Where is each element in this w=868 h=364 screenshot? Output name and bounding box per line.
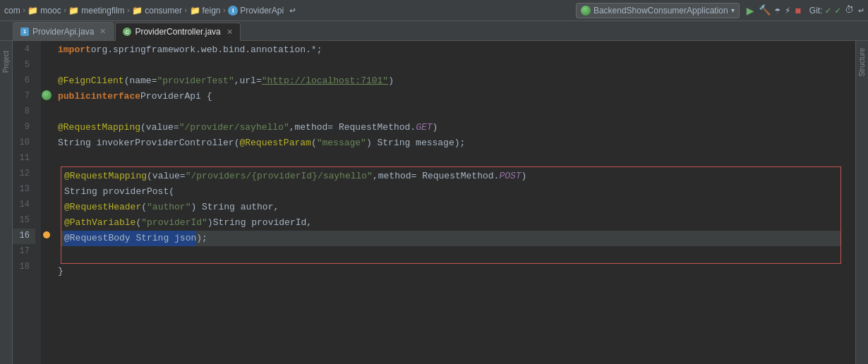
- breadcrumb: com › 📁 mooc › 📁 meetingfilm › 📁 consume…: [4, 4, 570, 16]
- line-num-12: 12: [13, 166, 35, 182]
- code-line-10: String invokerProviderController(@Reques…: [58, 135, 855, 151]
- chevron-down-icon: ▾: [731, 6, 735, 14]
- boxed-region: @RequestMapping(value = "/providers/{pro…: [61, 166, 841, 264]
- code-line-7: public interface ProviderApi {: [58, 89, 855, 104]
- tab-close-icon-2[interactable]: ✕: [227, 28, 233, 37]
- git-label: Git:: [809, 6, 823, 16]
- code-line-18: }: [58, 264, 855, 279]
- line-num-5: 5: [13, 58, 35, 73]
- gi-7: [41, 87, 52, 103]
- line-num-17: 17: [13, 244, 35, 260]
- gi-6: [41, 72, 52, 87]
- bc-providerapi[interactable]: I ProviderApi: [228, 6, 284, 16]
- tab-close-icon[interactable]: ✕: [100, 27, 106, 36]
- gi-12: [41, 165, 52, 181]
- line-num-15: 15: [13, 213, 35, 229]
- project-panel-label[interactable]: Project: [2, 51, 10, 73]
- line-num-13: 13: [13, 182, 35, 198]
- bc-feign[interactable]: 📁 feign: [190, 6, 221, 16]
- line-num-16: 16: [13, 229, 35, 244]
- build-icon[interactable]: 🔨: [759, 4, 771, 16]
- tab-providercontroller-label: ProviderController.java: [135, 27, 220, 37]
- left-sidebar: Project: [0, 41, 13, 364]
- line-num-14: 14: [13, 198, 35, 213]
- coverage-icon[interactable]: ☂: [775, 4, 780, 16]
- gi-10: [41, 134, 52, 150]
- code-line-13: String providerPost(: [61, 184, 840, 200]
- line-num-11: 11: [13, 151, 35, 166]
- code-line-4: import org.springframework.web.bind.anno…: [58, 42, 855, 58]
- line-num-18: 18: [13, 260, 35, 275]
- folder-icon: 📁: [132, 6, 143, 16]
- code-line-12: @RequestMapping(value = "/providers/{pro…: [61, 169, 840, 184]
- line-num-10: 10: [13, 135, 35, 151]
- line-num-7: 7: [13, 89, 35, 104]
- code-line-9: @RequestMapping(value = "/provider/sayhe…: [58, 120, 855, 135]
- line-numbers: 4 5 6 7 8 9 10 11 12 13 14 15 16 17 18: [13, 41, 41, 364]
- tab-providerapi-label: ProviderApi.java: [32, 27, 94, 37]
- run-config-selector[interactable]: BackendShowConsumerApplication ▾: [576, 3, 740, 18]
- git-rollback-icon[interactable]: ↩: [858, 5, 864, 16]
- profile-icon[interactable]: ⚡: [785, 4, 790, 16]
- folder-icon: 📁: [28, 6, 38, 16]
- java-file-icon: 1: [20, 28, 29, 36]
- code-line-8: [58, 104, 855, 120]
- line-num-6: 6: [13, 73, 35, 89]
- navigate-back-icon[interactable]: ↩: [289, 4, 295, 16]
- structure-panel-label: Structure: [858, 48, 866, 77]
- git-checkmark-1[interactable]: ✓: [826, 5, 831, 16]
- gi-8: [41, 103, 52, 119]
- folder-icon: 📁: [190, 6, 200, 16]
- bc-consumer[interactable]: 📁 consumer: [132, 6, 182, 16]
- git-history-icon[interactable]: ⏱: [845, 5, 854, 16]
- bc-com: com: [4, 6, 20, 16]
- gi-15: [41, 212, 52, 227]
- code-area: 4 5 6 7 8 9 10 11 12 13 14 15 16 17 18: [13, 41, 855, 364]
- stop-icon[interactable]: ◼: [795, 4, 800, 16]
- bc-mooc[interactable]: 📁 mooc: [28, 6, 61, 16]
- git-icons: ✓ ✓ ⏱ ↩: [826, 5, 864, 16]
- tab-providerapi[interactable]: 1 ProviderApi.java ✕: [13, 22, 114, 40]
- controller-file-icon: C: [123, 28, 131, 36]
- gi-9: [41, 119, 52, 134]
- git-checkmark-2[interactable]: ✓: [835, 5, 840, 16]
- run-config-icon: [581, 6, 591, 16]
- tabs-bar: 1 ProviderApi.java ✕ C ProviderControlle…: [0, 21, 868, 41]
- run-config-label: BackendShowConsumerApplication: [593, 6, 728, 16]
- toolbar-actions: ▶ 🔨 ☂ ⚡ ◼: [747, 3, 801, 18]
- tab-providercontroller[interactable]: C ProviderController.java ✕: [115, 23, 240, 41]
- folder-icon: 📁: [68, 6, 79, 16]
- gi-5: [41, 56, 52, 72]
- gi-16: [41, 227, 52, 243]
- line-num-8: 8: [13, 104, 35, 120]
- code-line-11: [58, 151, 855, 166]
- code-line-6: @FeignClient(name = "providerTest", url …: [58, 73, 855, 89]
- gi-13: [41, 181, 52, 196]
- run-button[interactable]: ▶: [747, 3, 754, 18]
- gutter-run-icon[interactable]: [42, 90, 52, 100]
- line-num-9: 9: [13, 120, 35, 135]
- code-content[interactable]: import org.springframework.web.bind.anno…: [52, 41, 855, 364]
- gi-18: [41, 258, 52, 274]
- gi-4: [41, 41, 52, 56]
- code-line-15: @PathVariable("providerId")String provid…: [61, 215, 840, 231]
- code-line-16: @RequestBody String json);: [61, 231, 840, 246]
- bc-meetingfilm[interactable]: 📁 meetingfilm: [68, 6, 124, 16]
- line-num-4: 4: [13, 42, 35, 58]
- main-area: Project 4 5 6 7 8 9 10 11 12 13 14 15 16…: [0, 41, 868, 364]
- structure-panel[interactable]: Structure: [855, 41, 868, 364]
- toolbar: com › 📁 mooc › 📁 meetingfilm › 📁 consume…: [0, 0, 868, 21]
- gi-11: [41, 150, 52, 165]
- code-line-17: [61, 246, 840, 262]
- code-line-14: @RequestHeader("author") String author,: [61, 200, 840, 215]
- code-line-5: [58, 58, 855, 73]
- editor[interactable]: 4 5 6 7 8 9 10 11 12 13 14 15 16 17 18: [13, 41, 855, 364]
- gutter-indicators: [41, 41, 52, 364]
- gi-14: [41, 196, 52, 212]
- gutter-breakpoint-dot[interactable]: [43, 231, 50, 238]
- interface-icon: I: [228, 6, 238, 16]
- gi-17: [41, 243, 52, 258]
